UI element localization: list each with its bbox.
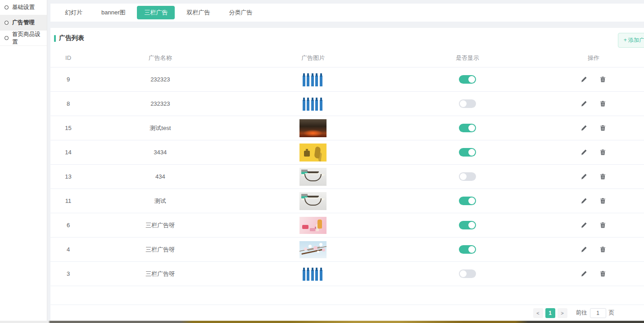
cell-ad-id: 14 xyxy=(50,149,86,156)
col-header-visible: 是否显示 xyxy=(392,54,543,62)
edit-pencil-icon[interactable] xyxy=(581,270,588,278)
visibility-toggle[interactable] xyxy=(459,99,476,108)
table-body: 9 232323 xyxy=(50,67,644,286)
tab[interactable]: 分类广告 xyxy=(222,6,259,19)
ad-thumbnail-image xyxy=(299,241,327,258)
table-row: 6 三栏广告呀 xyxy=(50,213,644,238)
ad-thumbnail-image xyxy=(299,119,327,137)
cell-ad-name: 三栏广告呀 xyxy=(86,246,235,254)
table-row: 13 434 xyxy=(50,165,644,189)
radio-circle-icon xyxy=(5,36,9,40)
goto-label: 前往 xyxy=(576,309,587,317)
ad-table: ID 广告名称 广告图片 是否显示 操作 9 232323 xyxy=(50,49,644,321)
radio-circle-icon xyxy=(5,5,9,9)
visibility-toggle[interactable] xyxy=(459,75,476,84)
cell-ad-id: 15 xyxy=(50,125,86,131)
panel-title-text: 广告列表 xyxy=(59,34,84,42)
edit-pencil-icon[interactable] xyxy=(581,173,588,180)
panel-title: 广告列表 xyxy=(54,34,84,42)
ad-admin-app: 基础设置 广告管理 首页商品设置 幻灯片 banner图 三栏广告 双栏广告 分… xyxy=(0,0,644,323)
table-header-row: ID 广告名称 广告图片 是否显示 操作 xyxy=(50,49,644,67)
edit-pencil-icon[interactable] xyxy=(581,149,588,156)
ad-thumbnail-image xyxy=(299,168,327,186)
delete-trash-icon[interactable] xyxy=(599,197,607,205)
visibility-toggle[interactable] xyxy=(459,245,476,254)
ad-thumbnail-image xyxy=(301,95,325,112)
tab[interactable]: 双栏广告 xyxy=(179,6,217,19)
cell-ad-name: 测试 xyxy=(86,197,235,205)
sidebar-item-inactive[interactable]: 首页商品设置 xyxy=(0,31,47,46)
sidebar-item-label: 首页商品设置 xyxy=(12,31,42,46)
next-page-button[interactable]: > xyxy=(558,308,567,318)
edit-pencil-icon[interactable] xyxy=(581,76,588,83)
title-accent-bar xyxy=(54,35,56,42)
edit-pencil-icon[interactable] xyxy=(581,125,588,132)
tab[interactable]: banner图 xyxy=(94,6,132,19)
col-header-id: ID xyxy=(50,54,86,61)
col-header-image: 广告图片 xyxy=(235,54,392,62)
radio-circle-icon xyxy=(5,21,9,25)
pagination: < 1 > 前往 页 xyxy=(50,305,644,321)
sidebar-item-inactive[interactable]: 基础设置 xyxy=(0,0,47,15)
delete-trash-icon[interactable] xyxy=(599,76,607,83)
ad-type-tabbar: 幻灯片 banner图 三栏广告 双栏广告 分类广告 xyxy=(50,4,644,22)
sidebar-item-label: 基础设置 xyxy=(12,4,35,11)
ad-thumbnail-image xyxy=(299,144,327,162)
cell-ad-id: 9 xyxy=(50,76,86,83)
table-row: 14 3434 xyxy=(50,140,644,165)
delete-trash-icon[interactable] xyxy=(599,100,607,108)
tab[interactable]: 幻灯片 xyxy=(58,6,90,19)
delete-trash-icon[interactable] xyxy=(599,173,607,180)
edit-pencil-icon[interactable] xyxy=(581,100,588,108)
visibility-toggle[interactable] xyxy=(459,197,476,205)
table-row: 3 三栏广告呀 xyxy=(50,262,644,286)
cell-ad-id: 8 xyxy=(50,100,86,107)
cell-ad-name: 434 xyxy=(86,173,235,180)
add-ad-button-label: 添加广告 xyxy=(628,37,644,43)
tab[interactable]: 三栏广告 xyxy=(137,6,175,19)
panel-header: 广告列表 + 添加广告 xyxy=(50,28,644,49)
table-row: 15 测试test xyxy=(50,116,644,140)
goto-page-input[interactable] xyxy=(590,308,606,318)
delete-trash-icon[interactable] xyxy=(599,246,607,253)
prev-page-button[interactable]: < xyxy=(533,308,543,318)
ad-thumbnail-image xyxy=(299,192,327,210)
delete-trash-icon[interactable] xyxy=(599,125,607,132)
table-row: 4 三栏广告呀 xyxy=(50,238,644,262)
cell-ad-id: 6 xyxy=(50,222,86,229)
sidebar-item-active[interactable]: 广告管理 xyxy=(0,15,47,31)
visibility-toggle[interactable] xyxy=(459,148,476,157)
edit-pencil-icon[interactable] xyxy=(581,246,588,253)
cell-ad-name: 232323 xyxy=(86,100,235,107)
edit-pencil-icon[interactable] xyxy=(581,222,588,229)
table-row: 11 测试 xyxy=(50,189,644,213)
goto-page-group: 前往 页 xyxy=(576,308,615,318)
cell-ad-id: 11 xyxy=(50,197,86,204)
plus-icon: + xyxy=(624,37,627,43)
ad-list-panel: 广告列表 + 添加广告 ID 广告名称 广告图片 是否显示 操作 9 23232… xyxy=(50,28,644,321)
edit-pencil-icon[interactable] xyxy=(581,197,588,205)
sidebar: 基础设置 广告管理 首页商品设置 xyxy=(0,0,47,321)
table-row: 8 232323 xyxy=(50,92,644,116)
ad-thumbnail-image xyxy=(301,265,325,283)
page-number-button[interactable]: 1 xyxy=(545,308,555,318)
delete-trash-icon[interactable] xyxy=(599,222,607,229)
visibility-toggle[interactable] xyxy=(459,172,476,181)
cell-ad-name: 测试test xyxy=(86,124,235,132)
cell-ad-id: 4 xyxy=(50,246,86,253)
ad-thumbnail-image xyxy=(299,217,327,234)
add-ad-button[interactable]: + 添加广告 xyxy=(618,33,644,48)
cell-ad-name: 三栏广告呀 xyxy=(86,270,235,278)
cell-ad-id: 3 xyxy=(50,270,86,277)
visibility-toggle[interactable] xyxy=(459,124,476,132)
ad-thumbnail-image xyxy=(301,71,325,88)
cell-ad-id: 13 xyxy=(50,173,86,180)
page-unit-label: 页 xyxy=(609,309,615,317)
delete-trash-icon[interactable] xyxy=(599,270,607,278)
visibility-toggle[interactable] xyxy=(459,269,476,278)
visibility-toggle[interactable] xyxy=(459,221,476,229)
delete-trash-icon[interactable] xyxy=(599,149,607,156)
col-header-actions: 操作 xyxy=(543,54,644,62)
sidebar-item-label: 广告管理 xyxy=(12,19,35,27)
background-window-sliver xyxy=(0,321,644,323)
